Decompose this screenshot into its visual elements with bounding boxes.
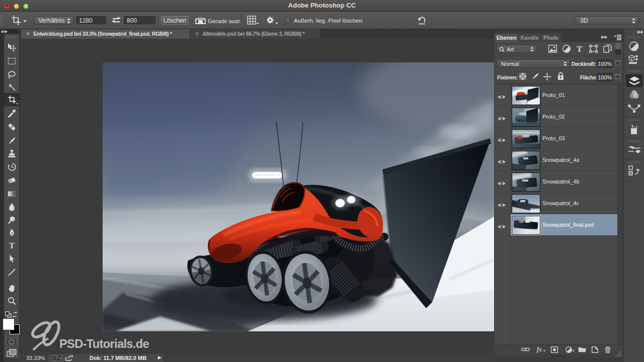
svg-text:T: T: [9, 241, 15, 250]
svg-text:PSD-Tutorials.de: PSD-Tutorials.de: [59, 337, 149, 350]
